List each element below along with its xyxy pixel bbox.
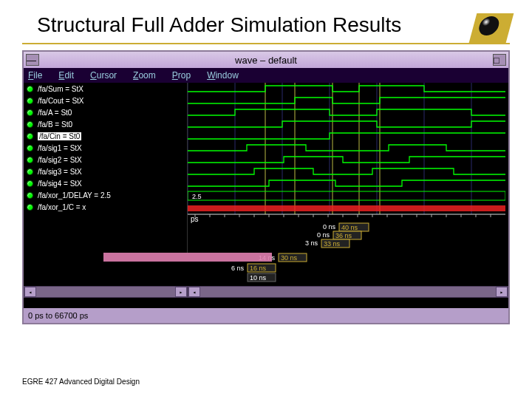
signal-dot-icon [27,157,33,163]
signal-label: /fa/sig4 = StX [38,180,82,188]
signal-label: /fa/A = St0 [38,109,72,117]
menu-cursor[interactable]: Cursor [90,70,117,81]
svg-text:10 ns: 10 ns [250,274,267,282]
signal-dot-icon [27,145,33,151]
svg-text:36 ns: 36 ns [335,232,352,239]
signal-dot-icon [27,109,33,116]
signal-row[interactable]: /fa/sig4 = StX [24,177,187,189]
signal-row[interactable]: /fa/sig3 = StX [24,166,187,177]
content-area: /fa/Sum = StX/fa/Cout = StX/fa/A = St0/f… [24,83,508,253]
signal-dot-icon [27,180,33,187]
scrollbar-row: ◂ ▸ ◂ ▸ [24,286,508,298]
statusbar: 0 ps to 66700 ps [24,308,508,323]
menu-edit[interactable]: Edit [58,70,74,81]
slide-title: Structural Full Adder Simulation Results [0,0,532,43]
menubar: File Edit Cursor Zoom Prop Window [24,68,508,83]
status-text: 0 ps to 66700 ps [28,311,88,320]
window-title: wave – default [235,55,297,66]
svg-rect-46 [103,253,272,262]
svg-text:33 ns: 33 ns [324,240,341,248]
signal-dot-icon [27,204,33,211]
signal-label: /fa/sig2 = StX [38,156,82,164]
scroll-left-icon[interactable]: ◂ [188,287,200,297]
signal-label: /fa/sig1 = StX [38,144,82,152]
svg-text:40 ns: 40 ns [341,224,358,231]
signal-label: /fa/Sum = StX [38,85,83,93]
svg-text:16 ns: 16 ns [250,265,267,272]
maximize-button[interactable]: □ [493,54,506,66]
delay-value: 2.5 [192,193,202,200]
signal-dot-icon [27,121,33,128]
signal-label: /fa/B = St0 [38,120,72,129]
scroll-left-icon[interactable]: ◂ [24,287,36,297]
title-underline [22,43,510,44]
svg-text:0 ns: 0 ns [323,223,336,231]
cursor-readout-panel: 14 ns 30 ns 6 ns 16 ns 10 ns ◂ ▸ ◂ ▸ [24,253,508,308]
signal-label: /fa/Cin = St0 [38,132,81,140]
svg-text:30 ns: 30 ns [281,254,298,262]
wave-window: — wave – default □ File Edit Cursor Zoom… [22,50,510,324]
signal-row[interactable]: /fa/Cout = StX [24,95,187,106]
signal-row[interactable]: /fa/sig2 = StX [24,154,187,166]
signal-row[interactable]: /fa/A = St0 [24,106,187,118]
signal-label: /fa/xor_1/C = x [38,203,86,211]
signal-row[interactable]: /fa/B = St0 [24,118,187,130]
signal-dot-icon [27,192,33,199]
signal-dot-icon [27,133,33,140]
signal-label: /fa/sig3 = StX [38,168,82,176]
waveform-panel[interactable]: 2.5 ps 0 ns 40 ns 0 ns [188,83,508,253]
svg-text:6 ns: 6 ns [231,265,245,272]
signal-scrollbar[interactable]: ◂ ▸ [24,286,188,298]
titlebar: — wave – default □ [24,52,508,68]
signal-row[interactable]: /fa/Cin = St0 [24,130,187,142]
menu-window[interactable]: Window [207,70,239,81]
menu-prop[interactable]: Prop [172,70,191,81]
signal-list: /fa/Sum = StX/fa/Cout = StX/fa/A = St0/f… [24,83,188,253]
scroll-right-icon[interactable]: ▸ [175,287,187,297]
scroll-right-icon[interactable]: ▸ [496,287,508,297]
signal-dot-icon [27,98,33,104]
svg-text:3 ns: 3 ns [305,239,318,247]
wave-scrollbar[interactable]: ◂ ▸ [188,286,508,298]
signal-label: /fa/Cout = StX [38,97,84,105]
signal-row[interactable]: /fa/sig1 = StX [24,142,187,154]
menu-zoom[interactable]: Zoom [133,70,156,81]
window-menu-button[interactable]: — [26,54,39,66]
menu-file[interactable]: File [28,70,42,81]
signal-label: /fa/xor_1/DELAY = 2.5 [38,191,111,200]
signal-dot-icon [27,168,33,175]
signal-row[interactable]: /fa/xor_1/DELAY = 2.5 [24,189,187,201]
signal-row[interactable]: /fa/xor_1/C = x [24,201,187,213]
time-unit-label: ps [191,215,199,223]
svg-text:0 ns: 0 ns [317,231,330,239]
slide-footer: EGRE 427 Advanced Digital Design [22,378,140,386]
waveform-svg: 2.5 ps 0 ns 40 ns 0 ns [188,83,505,253]
signal-row[interactable]: /fa/Sum = StX [24,83,187,95]
signal-dot-icon [27,86,33,92]
